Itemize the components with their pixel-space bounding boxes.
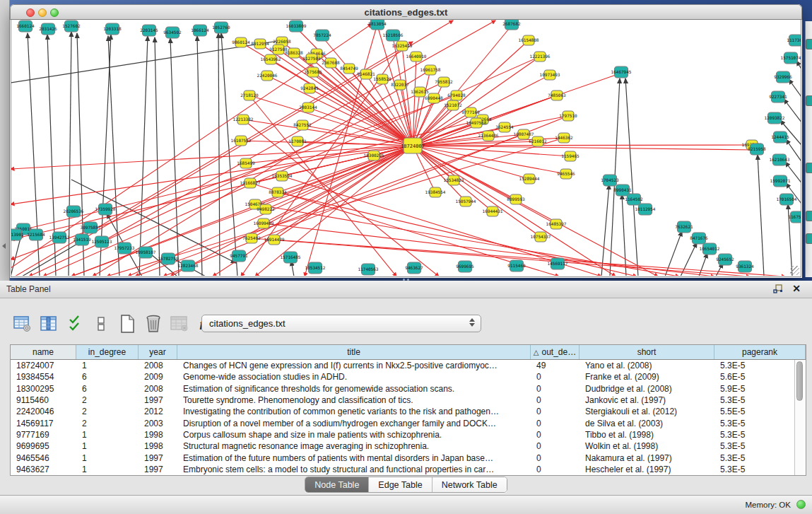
table-cell[interactable]: 5.5E-5 <box>714 407 794 416</box>
graph-node[interactable]: 2803144 <box>299 103 317 112</box>
graph-node[interactable]: 7632621 <box>675 221 693 233</box>
table-row[interactable]: 1456911722003Disruption of a novel membe… <box>11 417 794 428</box>
table-cell[interactable]: 2009 <box>139 372 177 382</box>
table-cell[interactable]: 49 <box>531 361 579 370</box>
graph-node[interactable]: 8215958 <box>748 144 766 155</box>
graph-node[interactable]: 9329966 <box>774 71 792 83</box>
table-cell[interactable]: 1997 <box>139 465 177 474</box>
graph-node[interactable]: 1341519 <box>73 234 91 245</box>
graph-node[interactable]: 1527602 <box>62 21 81 32</box>
graph-node[interactable]: 16485397 <box>546 219 567 229</box>
graph-node[interactable]: 30975887 <box>81 222 101 233</box>
graph-node[interactable]: 15289444 <box>519 174 540 184</box>
graph-node[interactable]: 15751074 <box>781 52 801 64</box>
graph-node[interactable]: 15218506 <box>383 30 404 41</box>
table-cell[interactable]: Tibbo et al. (1998) <box>579 430 714 440</box>
unselect-all-icon[interactable] <box>91 313 111 334</box>
table-cell[interactable]: 1 <box>76 465 139 474</box>
table-selector-dropdown[interactable]: citations_edges.txt <box>201 315 481 332</box>
scrollbar-thumb[interactable] <box>796 361 803 401</box>
table-cell[interactable]: 0 <box>531 407 579 416</box>
table-cell[interactable]: 1997 <box>139 395 177 405</box>
table-cell[interactable]: 5.3E-5 <box>714 430 794 440</box>
delete-rows-icon[interactable] <box>143 313 163 334</box>
network-window-titlebar[interactable]: citations_edges.txt <box>10 4 802 20</box>
column-selector-icon[interactable] <box>39 313 59 334</box>
table-cell[interactable]: Yano et al. (2008) <box>579 361 714 370</box>
table-cell[interactable]: 5.3E-5 <box>714 465 794 474</box>
table-cell[interactable]: 0 <box>531 419 579 428</box>
table-cell[interactable]: 0 <box>531 453 579 463</box>
table-cell[interactable]: 0 <box>531 441 579 451</box>
graph-node[interactable]: 9463627 <box>405 262 423 274</box>
table-cell[interactable]: 6 <box>76 384 139 394</box>
graph-node[interactable]: 7955812 <box>435 77 453 87</box>
table-cell[interactable]: 18300295 <box>11 384 76 394</box>
table-cell[interactable]: 1997 <box>139 453 177 463</box>
graph-node[interactable]: 1167531 <box>788 211 801 223</box>
table-cell[interactable]: 2 <box>76 419 139 428</box>
column-header-out-degree[interactable]: △out_de… <box>531 345 579 359</box>
table-cell[interactable]: 9777169 <box>11 430 76 440</box>
graph-node[interactable]: 3624554 <box>495 122 514 132</box>
table-cell[interactable]: Wolkin et al. (1998) <box>579 441 714 451</box>
table-panel-header[interactable]: Table Panel ✕ <box>0 281 812 298</box>
network-canvas[interactable]: 9860124891295422260589127508818632817546… <box>11 20 801 277</box>
graph-node[interactable]: 16107552 <box>231 136 252 146</box>
table-row[interactable]: 1872400712008Changes of HCN gene express… <box>11 360 794 371</box>
graph-node[interactable]: 13942757 <box>49 232 70 243</box>
graph-node[interactable]: 9227341 <box>769 91 787 103</box>
graph-node[interactable]: 1159465 <box>561 151 579 161</box>
table-cell[interactable]: 19384554 <box>11 372 76 382</box>
graph-node[interactable]: 8471676 <box>690 233 708 244</box>
graph-node[interactable]: 9146821 <box>357 69 375 79</box>
graph-node[interactable]: 6794028 <box>447 90 466 100</box>
graph-node[interactable]: 9245652 <box>716 254 734 265</box>
table-row[interactable]: 946554611997Estimation of the future num… <box>11 452 794 463</box>
table-cell[interactable]: 2008 <box>139 361 177 370</box>
table-cell[interactable]: 2012 <box>139 407 177 416</box>
table-cell[interactable]: 1998 <box>139 430 177 440</box>
memory-ok-icon[interactable] <box>796 500 806 509</box>
table-cell[interactable]: 1998 <box>139 441 177 451</box>
table-cell[interactable]: Estimation of the future numbers of pati… <box>177 453 531 463</box>
graph-node[interactable]: 7857224 <box>313 30 331 41</box>
float-panel-icon[interactable] <box>773 284 783 294</box>
new-table-icon[interactable] <box>117 313 137 334</box>
table-cell[interactable]: Dudbridge et al. (2008) <box>579 384 714 394</box>
select-all-icon[interactable] <box>65 313 85 334</box>
network-graph[interactable]: 9860124891295422260589127508818632817546… <box>11 20 801 276</box>
table-cell[interactable]: 5.3E-5 <box>714 441 794 451</box>
graph-node[interactable]: 11740563 <box>358 264 379 275</box>
graph-node[interactable]: 19384554 <box>425 187 446 197</box>
column-header-pagerank[interactable]: pagerank <box>714 345 806 359</box>
collapse-arrow-icon[interactable] <box>2 243 6 249</box>
column-header-name[interactable]: name <box>11 345 76 359</box>
graph-node[interactable]: 2718120 <box>240 90 259 100</box>
graph-node[interactable]: 16961758 <box>420 65 441 75</box>
column-header-title[interactable]: title <box>177 345 531 359</box>
graph-node[interactable]: 16154808 <box>519 35 539 45</box>
table-cell[interactable]: 1 <box>76 430 139 440</box>
graph-node[interactable]: 1066124 <box>191 25 209 36</box>
graph-node[interactable]: 2203145 <box>140 25 158 36</box>
graph-node[interactable]: 2031426 <box>39 23 57 35</box>
table-cell[interactable]: 9115460 <box>11 395 76 405</box>
table-cell[interactable]: 9463627 <box>11 465 76 474</box>
table-row[interactable]: 911546021997Tourette syndrome. Phenomeno… <box>11 395 794 406</box>
graph-node[interactable]: 6216012 <box>529 136 547 146</box>
table-cell[interactable]: Genome-wide association studies in ADHD. <box>177 372 531 382</box>
table-cell[interactable]: 0 <box>531 395 579 405</box>
graph-node[interactable]: 8427552 <box>293 120 312 130</box>
graph-node[interactable]: 17359928 <box>95 204 116 215</box>
table-cell[interactable]: 1 <box>76 453 139 463</box>
table-row[interactable]: 977716911998Corpus callosum shape and si… <box>11 429 794 440</box>
table-cell[interactable]: 0 <box>531 465 579 474</box>
table-row[interactable]: 946362711997Embryonic stem cells: a mode… <box>11 464 794 475</box>
graph-node[interactable]: 9634502 <box>163 27 182 38</box>
table-cell[interactable]: Hescheler et al. (1997) <box>579 465 714 474</box>
tab-edge-table[interactable]: Edge Table <box>369 477 432 492</box>
table-cell[interactable]: 0 <box>531 430 579 440</box>
graph-node[interactable]: 15534823 <box>444 175 464 185</box>
divider-handle[interactable] <box>403 279 411 281</box>
